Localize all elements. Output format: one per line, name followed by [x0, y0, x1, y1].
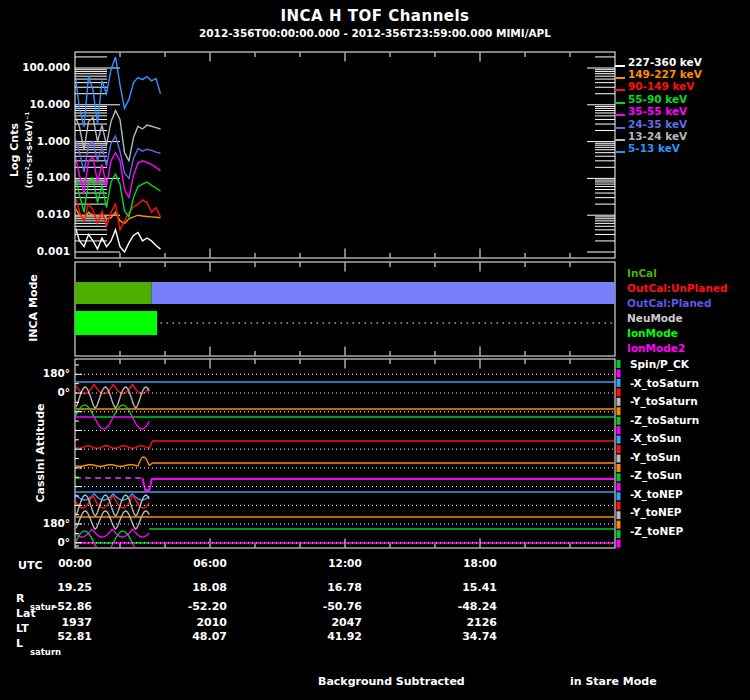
attitude-strip-segment	[617, 379, 621, 387]
legend-item-channel: 149-227 keV	[628, 68, 702, 80]
attitude-strip-segment	[617, 473, 621, 481]
table-cell: 2047	[300, 616, 362, 629]
table-cell: -52.86	[30, 600, 92, 613]
legend-item-mode: OutCal:Planed	[627, 297, 712, 309]
attitude-strip-segment	[617, 407, 621, 415]
mimi-inca-figure: INCA H TOF Channels 2012-356T00:00:00.00…	[0, 0, 750, 700]
utc-tick-label: 06:00	[188, 557, 232, 569]
attitude-traces	[75, 382, 614, 555]
utc-axis-label: UTC	[18, 559, 43, 572]
counts-tick-label: 10.000	[18, 98, 70, 110]
table-cell: -50.76	[300, 600, 362, 613]
legend-item-channel: 90-149 keV	[628, 80, 695, 92]
attitude-strip-segment	[617, 540, 621, 548]
utc-tick-label: 00:00	[53, 557, 97, 569]
table-row-label-subscript: saturn	[30, 647, 61, 657]
attitude-strip-segment	[617, 502, 621, 510]
attitude-tick-label: 0°	[30, 536, 70, 548]
table-cell: 52.81	[30, 630, 92, 643]
utc-tick-label: 12:00	[323, 557, 367, 569]
table-cell: -52.20	[165, 600, 227, 613]
legend-item-channel: 24-35 keV	[628, 118, 687, 130]
attitude-strip-segment	[617, 388, 621, 396]
attitude-axis-label: Cassini Attitude	[34, 403, 47, 502]
legend-item-mode: OutCal:UnPlaned	[627, 282, 728, 294]
legend-dash	[615, 127, 625, 129]
counts-tick-label: 1.000	[18, 135, 70, 147]
legend-item-channel: 5-13 keV	[628, 142, 680, 154]
attitude-trace-label: Spin/P_CK	[630, 358, 689, 370]
attitude-trace-label: -Z_toNEP	[630, 525, 683, 537]
counts-tick-label: 0.100	[18, 171, 70, 183]
table-row-label: LT	[16, 622, 29, 635]
legend-item-mode: IonMode	[627, 327, 678, 339]
attitude-strip-segment	[617, 492, 621, 500]
attitude-tick-label: 180°	[30, 367, 70, 379]
table-cell: 18.08	[165, 581, 227, 594]
attitude-strip-segment	[617, 521, 621, 529]
mode-bar-InCal	[75, 282, 152, 304]
legend-dash	[615, 114, 625, 116]
table-cell: 1937	[30, 616, 92, 629]
counts-tick-label: 0.001	[18, 245, 70, 257]
legend-dash	[615, 151, 625, 153]
counts-tick-label: 0.010	[18, 208, 70, 220]
utc-tick-label: 18:00	[458, 557, 502, 569]
attitude-strip-segment	[617, 398, 621, 406]
mode-panel-border	[75, 262, 615, 356]
mode-bar-IonMode	[75, 311, 157, 335]
attitude-strip-segment	[617, 360, 621, 368]
table-cell: 41.92	[300, 630, 362, 643]
mode-bar-OutCal:Planed	[152, 282, 616, 304]
legend-dash	[615, 139, 625, 141]
legend-item-mode: InCal	[627, 267, 657, 279]
attitude-strip-segment	[617, 436, 621, 444]
table-cell: 34.74	[435, 630, 497, 643]
attitude-strip-segment	[617, 483, 621, 491]
table-row-label: L	[16, 637, 23, 650]
attitude-strip-segment	[617, 530, 621, 538]
table-cell: 48.07	[165, 630, 227, 643]
attitude-trace-label: -Z_toSaturn	[630, 414, 699, 426]
attitude-panel-border	[75, 359, 615, 548]
attitude-strip-segment	[617, 511, 621, 519]
counts-axis-label: Log Cnts	[8, 123, 21, 177]
attitude-tick-label: 0°	[30, 386, 70, 398]
attitude-strip-segment	[617, 426, 621, 434]
footer-note-right: in Stare Mode	[570, 675, 657, 688]
table-row-label: R	[16, 592, 24, 605]
legend-item-mode: IonMode2	[627, 342, 685, 354]
attitude-trace-label: -Y_toNEP	[630, 506, 682, 518]
attitude-trace-label: -X_toSaturn	[630, 377, 699, 389]
legend-item-channel: 35-55 keV	[628, 105, 687, 117]
attitude-trace-label: -Y_toSun	[630, 451, 680, 463]
table-cell: -48.24	[435, 600, 497, 613]
attitude-trace-label: -Y_toSaturn	[630, 395, 698, 407]
table-cell: 2010	[165, 616, 227, 629]
attitude-strip-segment	[617, 417, 621, 425]
plot-subtitle: 2012-356T00:00:00.000 - 2012-356T23:59:0…	[0, 27, 750, 39]
attitude-strip-segment	[617, 445, 621, 453]
table-cell: 16.78	[300, 581, 362, 594]
legend-dash	[615, 77, 625, 79]
legend-dash	[615, 102, 625, 104]
mode-axis-label: INCA Mode	[27, 274, 40, 342]
legend-item-mode: NeuMode	[627, 312, 683, 324]
legend-dash	[615, 89, 625, 91]
legend-dash	[615, 65, 625, 67]
attitude-strip-segment	[617, 464, 621, 472]
table-cell: 2126	[435, 616, 497, 629]
attitude-trace-label: -Z_toSun	[630, 469, 682, 481]
attitude-strip-segment	[617, 455, 621, 463]
attitude-trace-label: -X_toNEP	[630, 488, 683, 500]
legend-item-channel: 227-360 keV	[628, 56, 702, 68]
legend-item-channel: 13-24 keV	[628, 130, 687, 142]
attitude-trace-label: -X_toSun	[630, 432, 682, 444]
plot-title: INCA H TOF Channels	[0, 7, 750, 25]
footer-note-left: Background Subtracted	[318, 675, 465, 688]
series-55-90keV	[75, 174, 161, 217]
legend-item-channel: 55-90 keV	[628, 93, 687, 105]
channel-curves	[75, 57, 161, 252]
attitude-tick-label: 180°	[30, 517, 70, 529]
table-cell: 15.41	[435, 581, 497, 594]
